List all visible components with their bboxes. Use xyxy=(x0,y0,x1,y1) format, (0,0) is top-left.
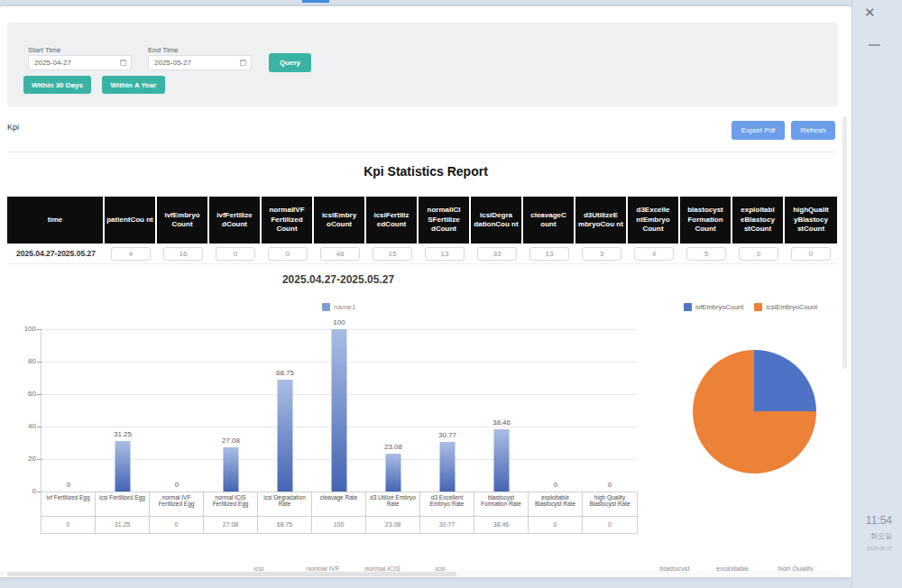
end-time-value: 2025-05-27 xyxy=(154,59,191,67)
bar-value-label: 0 xyxy=(150,481,204,489)
calendar-icon xyxy=(120,60,126,66)
category-value-cell: 0 xyxy=(41,517,96,533)
bar[interactable] xyxy=(115,441,131,492)
window-side-strip: ✕ 11:54 화요일 2025-05-27 xyxy=(851,0,902,588)
bar-value-label: 23.08 xyxy=(366,443,420,451)
table-cell: 5 xyxy=(680,247,732,261)
value-input[interactable]: 13 xyxy=(529,247,569,261)
table-header-cell: normalICI SFertilize dCount xyxy=(419,197,471,243)
category-value-cell: 68.75 xyxy=(258,517,312,533)
pie-chart[interactable] xyxy=(693,350,816,473)
value-input[interactable]: 15 xyxy=(373,247,412,261)
end-time-input[interactable]: 2025-05-27 xyxy=(148,55,252,70)
y-axis-label: 60 xyxy=(14,390,36,398)
minimize-icon[interactable] xyxy=(869,44,880,46)
table-cell: 16 xyxy=(157,247,209,261)
table-header-cell: ivfFertilize dCount xyxy=(209,197,262,243)
table-cell: 0 xyxy=(209,247,262,261)
vertical-scrollbar xyxy=(842,110,848,572)
table-header-cell: patientCou nt xyxy=(105,197,157,243)
pie-chart-legend: ivfEmbryoCount icsiEmbryoCount xyxy=(684,303,817,311)
y-axis-label: 20 xyxy=(14,455,36,463)
within-30-days-button[interactable]: Within 30 Days xyxy=(23,76,91,94)
table-header-cell: cleavageC ount xyxy=(523,197,575,243)
category-label-cell: d3 Excellent Embryo Rate xyxy=(420,492,474,517)
table-header-cell: icsiEmbry oCount xyxy=(314,197,366,243)
divider xyxy=(7,152,835,152)
value-input[interactable]: 13 xyxy=(425,247,465,261)
bar[interactable] xyxy=(440,442,456,492)
bar-slot: 0 xyxy=(41,329,96,492)
table-header-cell: blastocyst Formation Count xyxy=(680,197,732,243)
value-input[interactable]: 0 xyxy=(268,247,308,261)
value-input[interactable]: 4 xyxy=(111,247,151,261)
category-label-row: ivf Fertilized Eggicsi Fertilized Eggnor… xyxy=(41,492,637,517)
category-value-cell: 30.77 xyxy=(420,517,474,533)
row-time-label: 2025.04.27-2025.05.27 xyxy=(7,249,105,258)
clock-weekday: 화요일 xyxy=(852,531,892,541)
y-axis-label: 0 xyxy=(14,487,36,495)
bar-slot: 27.08 xyxy=(204,329,258,492)
value-input[interactable]: 0 xyxy=(791,247,831,261)
value-input[interactable]: 48 xyxy=(320,247,360,261)
value-input[interactable]: 0 xyxy=(216,247,255,261)
y-axis-label: 100 xyxy=(14,325,36,333)
start-time-input[interactable]: 2025-04-27 xyxy=(28,55,132,70)
category-value-cell: 27.08 xyxy=(204,517,258,533)
table-header-cell: normalIVF Fertilized Count xyxy=(262,197,314,243)
table-cell: 0 xyxy=(732,247,785,261)
within-a-year-button[interactable]: Within A Year xyxy=(102,76,165,94)
bar-value-label: 0 xyxy=(529,481,583,489)
table-header-row: timepatientCou ntivfEmbryo CountivfFerti… xyxy=(7,197,837,243)
table-header-cell: highQualit yBlastocy stCount xyxy=(785,197,837,243)
bar-chart-legend-item[interactable]: name1 xyxy=(322,303,355,311)
category-label-cell: high Quality Blastocyst Rate xyxy=(583,492,637,517)
table-cell: 13 xyxy=(523,247,575,261)
legend-label: name1 xyxy=(334,303,355,311)
bar-chart: 020406080100031.25027.0868.7510023.0830.… xyxy=(41,329,636,492)
bar[interactable] xyxy=(224,447,239,492)
bar-value-label: 27.08 xyxy=(204,436,258,445)
category-label-cell: icsi Degradation Rate xyxy=(258,492,312,517)
bar[interactable] xyxy=(494,429,510,492)
value-input[interactable]: 5 xyxy=(686,247,726,261)
export-pdf-button[interactable]: Export Pdf xyxy=(732,121,785,140)
bar-value-label: 0 xyxy=(41,481,96,489)
value-input[interactable]: 0 xyxy=(739,247,778,261)
category-value-cell: 31.25 xyxy=(96,517,150,533)
pie-legend-item[interactable]: ivfEmbryoCount xyxy=(684,303,743,311)
table-cell: 4 xyxy=(628,247,680,261)
top-tab-indicator xyxy=(302,0,329,3)
value-input[interactable]: 4 xyxy=(634,247,674,261)
bar-slot: 100 xyxy=(312,329,366,492)
legend-label: ivfEmbryoCount xyxy=(695,303,743,311)
bar[interactable] xyxy=(386,454,401,492)
horizontal-scrollbar-thumb[interactable] xyxy=(7,572,456,576)
category-value-cell: 38.46 xyxy=(474,517,529,533)
table-header-cell: time xyxy=(7,197,105,243)
value-input[interactable]: 3 xyxy=(582,247,621,261)
category-label-cell: icsi Fertilized Egg xyxy=(96,492,150,517)
pie-legend-item[interactable]: icsiEmbryoCount xyxy=(754,303,817,311)
clock-time: 11:54 xyxy=(852,514,892,527)
bar-slot: 30.77 xyxy=(420,329,474,492)
bar-value-label: 0 xyxy=(583,481,637,489)
vertical-scrollbar-thumb[interactable] xyxy=(842,116,847,369)
bar-slot: 0 xyxy=(150,329,204,492)
category-value-cell: 0 xyxy=(583,517,637,533)
bar[interactable] xyxy=(332,329,347,492)
query-button[interactable]: Query xyxy=(269,53,311,72)
bar[interactable] xyxy=(278,380,293,492)
category-label-cell: exploitable Blastocyst Rate xyxy=(529,492,583,517)
refresh-button[interactable]: Refresh xyxy=(791,121,835,140)
bar-slot: 38.46 xyxy=(474,329,529,492)
category-value-cell: 0 xyxy=(150,517,204,533)
value-input[interactable]: 16 xyxy=(163,247,203,261)
row-values: 41600481513331334500 xyxy=(105,247,837,261)
table-cell: 13 xyxy=(419,247,471,261)
bar-value-label: 100 xyxy=(312,318,366,326)
value-input[interactable]: 33 xyxy=(477,247,517,261)
close-icon[interactable]: ✕ xyxy=(864,5,876,21)
table-cell: 0 xyxy=(262,247,314,261)
bar-chart-data-table: ivf Fertilized Eggicsi Fertilized Eggnor… xyxy=(41,492,638,534)
